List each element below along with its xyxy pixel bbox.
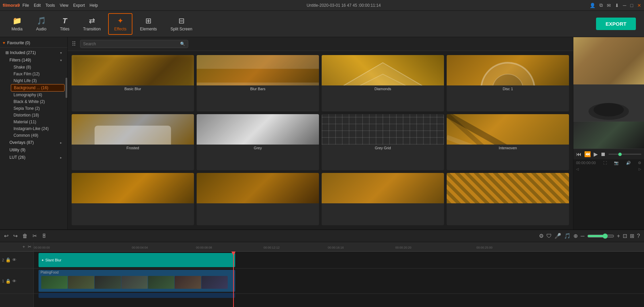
sidebar-scrollbar[interactable] xyxy=(66,78,67,98)
effect-frosted[interactable]: Frosted xyxy=(72,114,194,171)
preview-progress-bar[interactable] xyxy=(609,154,641,155)
track2-header: 2 🔒 👁 xyxy=(0,252,33,268)
audio-mix-button[interactable]: 🎚 xyxy=(42,233,47,239)
lut-arrow: ▸ xyxy=(60,156,62,159)
included-label: ⊞ Included (271) xyxy=(5,50,60,55)
effect-row3c[interactable] xyxy=(322,173,444,225)
menu-file[interactable]: File xyxy=(23,3,29,8)
expand-left-icon[interactable]: ◁ xyxy=(576,167,579,171)
row3c-label xyxy=(322,203,444,206)
skip-back-button[interactable]: ⏮ xyxy=(576,151,581,157)
step-back-button[interactable]: ⏪ xyxy=(584,151,591,157)
screenshot-icon[interactable]: 📷 xyxy=(614,161,619,165)
menu-tools[interactable]: Tools xyxy=(46,3,55,8)
download-icon[interactable]: ⬇ xyxy=(615,3,619,8)
effect-interwoven[interactable]: Interwoven xyxy=(447,114,569,171)
export-button[interactable]: EXPORT xyxy=(596,18,636,30)
background-item[interactable]: Background ... (16) xyxy=(11,84,65,92)
fullscreen-icon[interactable]: ⛶ xyxy=(603,161,607,165)
play-button[interactable]: ▶ xyxy=(594,151,598,157)
distortion-item[interactable]: Distortion (18) xyxy=(11,112,65,119)
search-input[interactable] xyxy=(83,42,178,46)
close-button[interactable]: ✕ xyxy=(637,3,641,8)
effect-basic-blur[interactable]: Basic Blur xyxy=(72,55,194,111)
menu-help[interactable]: Help xyxy=(90,3,98,8)
music-icon[interactable]: 🎵 xyxy=(564,233,571,239)
mail-icon[interactable]: ✉ xyxy=(607,3,611,8)
redo-button[interactable]: ↪ xyxy=(13,233,18,239)
effect-row3b[interactable] xyxy=(197,173,319,225)
favourite-label: Favourite (0) xyxy=(7,41,30,45)
titles-button[interactable]: T Titles xyxy=(54,13,75,35)
track2-lock-icon[interactable]: 🔒 xyxy=(5,257,11,262)
lut-item[interactable]: LUT (26) ▸ xyxy=(7,154,65,161)
snap-icon[interactable]: ⊕ xyxy=(573,233,578,239)
render-icon[interactable]: ⚙ xyxy=(539,233,544,239)
audio-button[interactable]: 🎵 Audio xyxy=(30,13,53,35)
included-item[interactable]: ⊞ Included (271) ▾ xyxy=(3,49,65,56)
help-icon[interactable]: ? xyxy=(637,233,640,239)
minimize-button[interactable]: ─ xyxy=(623,3,626,8)
svg-point-6 xyxy=(481,63,535,85)
filters-item[interactable]: Filters (149) ▾ xyxy=(7,56,65,64)
menu-edit[interactable]: Edit xyxy=(34,3,41,8)
delete-button[interactable]: 🗑 xyxy=(22,233,28,239)
effect-blur-bars[interactable]: Blur Bars xyxy=(197,55,319,111)
track2-eye-icon[interactable]: 👁 xyxy=(12,257,17,262)
transition-button[interactable]: ⇄ Transition xyxy=(77,13,107,35)
elements-button[interactable]: ⊞ Elements xyxy=(134,13,163,35)
faux-film-item[interactable]: Faux Film (12) xyxy=(11,71,65,77)
effect-row3d[interactable] xyxy=(447,173,569,225)
restore-icon[interactable]: ⧉ xyxy=(599,2,603,8)
track1-clip[interactable]: PlatingFood xyxy=(39,270,235,292)
cut-track-icon[interactable]: ✂ xyxy=(28,244,31,249)
shield-icon[interactable]: 🛡 xyxy=(546,233,552,239)
timeline-toolbar: ↩ ↪ 🗑 ✂ 🎚 ⚙ 🛡 🎤 🎵 ⊕ ─ + ⊡ ⊞ ? xyxy=(0,230,644,242)
instagram-item[interactable]: Instagram-Like (24) xyxy=(11,125,65,132)
volume-icon[interactable]: 🔊 xyxy=(626,161,631,165)
cut-button[interactable]: ✂ xyxy=(32,233,37,239)
menu-view[interactable]: View xyxy=(60,3,69,8)
shake-item[interactable]: Shake (8) xyxy=(11,64,65,71)
zoom-out-icon[interactable]: ─ xyxy=(580,233,584,239)
grid-view-icon[interactable]: ⠿ xyxy=(72,40,76,48)
user-icon[interactable]: 👤 xyxy=(590,3,595,8)
night-life-item[interactable]: Night Life (3) xyxy=(11,77,65,84)
effect-grey[interactable]: Grey xyxy=(197,114,319,171)
effects-button[interactable]: ✦ Effects xyxy=(108,13,132,35)
zoom-slider[interactable] xyxy=(587,233,614,239)
track1-row: PlatingFood xyxy=(34,268,644,294)
effect-diamonds[interactable]: Diamonds xyxy=(322,55,444,111)
effect-row3a[interactable] xyxy=(72,173,194,225)
zoom-in-icon[interactable]: + xyxy=(617,233,620,239)
svg-line-11 xyxy=(447,114,523,145)
sepia-tone-item[interactable]: Sepia Tone (2) xyxy=(11,105,65,112)
settings-icon[interactable]: ⚙ xyxy=(638,161,641,165)
split-icon[interactable]: ⊞ xyxy=(630,233,634,239)
splitscreen-button[interactable]: ⊟ Split Screen xyxy=(164,13,198,35)
playhead[interactable] xyxy=(233,252,234,307)
track1-lock-icon[interactable]: 🔒 xyxy=(5,279,11,284)
mic-icon[interactable]: 🎤 xyxy=(554,233,561,239)
common-item[interactable]: Common (49) xyxy=(11,132,65,139)
effect-disc1[interactable]: Disc 1 xyxy=(447,55,569,111)
expand-right-icon[interactable]: ▷ xyxy=(639,167,641,171)
maximize-button[interactable]: □ xyxy=(630,3,633,8)
faux-film-label: Faux Film (12) xyxy=(14,72,40,76)
media-button[interactable]: 📁 Media xyxy=(5,13,29,35)
add-track-icon[interactable]: + xyxy=(22,244,25,249)
favourite-section[interactable]: ♥ Favourite (0) xyxy=(0,39,67,48)
black-white-item[interactable]: Black & White (2) xyxy=(11,98,65,105)
track2-clip[interactable]: ✦ Slant Blur xyxy=(39,253,235,267)
utility-item[interactable]: Utility (9) xyxy=(7,146,65,154)
menu-export[interactable]: Export xyxy=(73,3,85,8)
material-item[interactable]: Material (11) xyxy=(11,119,65,125)
undo-button[interactable]: ↩ xyxy=(4,233,8,239)
lomography-item[interactable]: Lomography (4) xyxy=(11,92,65,98)
fit-icon[interactable]: ⊡ xyxy=(623,233,627,239)
track1-eye-icon[interactable]: 👁 xyxy=(12,279,17,284)
overlays-arrow: ▸ xyxy=(60,141,62,145)
stop-button[interactable]: ⏹ xyxy=(600,151,606,157)
overlays-item[interactable]: Overlays (87) ▸ xyxy=(7,139,65,146)
effect-grey-grid[interactable]: Grey Grid xyxy=(322,114,444,171)
